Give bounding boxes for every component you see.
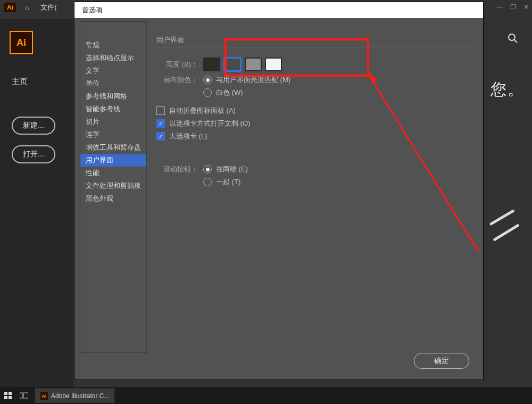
scroll-ends-label: 在两端 (E) (216, 164, 248, 174)
open-button[interactable]: 打开... (12, 145, 55, 163)
preferences-sidebar: 常规 选择和锚点显示 文字 单位 参考线和网格 智能参考线 切片 连字 增效工具… (80, 21, 147, 353)
scroll-together-radio[interactable] (203, 178, 212, 186)
brightness-swatch-lightest[interactable] (265, 57, 282, 71)
taskbar-ai-icon: Ai (40, 392, 48, 400)
taskbar-app-label: Adobe Illustrator C... (51, 392, 109, 400)
sidebar-item-guides[interactable]: 参考线和网格 (80, 90, 146, 103)
open-as-tabs-checkbox[interactable] (156, 119, 165, 128)
open-as-tabs-label: 以选项卡方式打开文档 (O) (169, 119, 250, 128)
sidebar-item-selection[interactable]: 选择和锚点显示 (80, 52, 146, 64)
sidebar-item-general[interactable]: 常规 (80, 39, 146, 52)
search-icon[interactable] (508, 33, 518, 46)
scroll-together-label: 一起 (T) (216, 177, 240, 187)
start-icon[interactable] (0, 392, 16, 399)
menu-file[interactable]: 文件( (40, 3, 56, 12)
decoration-icon (488, 207, 522, 252)
section-title: 用户界面 (156, 35, 472, 47)
welcome-fragment: 您。 (491, 79, 525, 101)
sidebar-item-ui[interactable]: 用户界面 (80, 154, 146, 167)
svg-rect-5 (9, 392, 12, 395)
canvas-color-match-label: 与用户界面亮度匹配 (M) (216, 75, 290, 85)
svg-line-1 (514, 40, 517, 43)
ok-button[interactable]: 确定 (414, 353, 469, 369)
sidebar-item-performance[interactable]: 性能 (80, 167, 146, 179)
large-tabs-checkbox[interactable] (156, 132, 165, 141)
sidebar-item-plugins[interactable]: 增效工具和暂存盘 (80, 141, 146, 154)
preferences-panel: 用户界面 亮度 (B)： 画布颜色： 与用户界面亮度匹配 (M) 白色 (W) (147, 18, 483, 380)
scroll-ends-radio[interactable] (203, 165, 212, 174)
sidebar-item-hyphenation[interactable]: 连字 (80, 128, 146, 141)
home-icon[interactable]: ⌂ (24, 3, 29, 12)
brightness-label: 亮度 (B)： (156, 60, 198, 69)
svg-rect-4 (4, 392, 7, 395)
canvas-color-match-radio[interactable] (203, 76, 212, 84)
brightness-swatch-light[interactable] (245, 57, 262, 71)
large-tabs-label: 大选项卡 (L) (169, 131, 207, 141)
preferences-dialog: 首选项 常规 选择和锚点显示 文字 单位 参考线和网格 智能参考线 切片 连字 … (74, 2, 483, 380)
svg-rect-7 (9, 396, 12, 399)
window-maximize-icon[interactable]: ❐ (510, 3, 516, 11)
app-logo-icon: Ai (4, 3, 16, 12)
sidebar-item-slices[interactable]: 切片 (80, 116, 146, 128)
canvas-color-label: 画布颜色： (156, 75, 198, 85)
sidebar-item-type[interactable]: 文字 (80, 64, 146, 77)
window-minimize-icon[interactable]: — (496, 3, 503, 11)
dialog-title: 首选项 (82, 5, 103, 15)
sidebar-item-units[interactable]: 单位 (80, 77, 146, 90)
brightness-swatch-dark[interactable] (223, 57, 242, 72)
left-ai-logo-icon: Ai (10, 31, 33, 54)
svg-rect-9 (23, 393, 28, 398)
new-button[interactable]: 新建... (12, 117, 55, 135)
app-left-panel: Ai 主页 新建... 打开... (0, 19, 73, 404)
autocollapse-checkbox[interactable] (156, 106, 165, 115)
sidebar-item-black[interactable]: 黑色外观 (80, 192, 146, 205)
canvas-color-white-label: 白色 (W) (216, 88, 243, 97)
taskbar: Ai Adobe Illustrator C... (0, 387, 532, 404)
window-close-icon[interactable]: ✕ (523, 3, 529, 11)
taskbar-app-illustrator[interactable]: Ai Adobe Illustrator C... (35, 389, 114, 403)
left-home-label[interactable]: 主页 (12, 77, 73, 87)
canvas-color-white-radio[interactable] (203, 88, 212, 97)
sidebar-item-file-handling[interactable]: 文件处理和剪贴板 (80, 179, 146, 192)
brightness-swatch-darkest[interactable] (203, 57, 220, 71)
sidebar-item-smart-guides[interactable]: 智能参考线 (80, 103, 146, 116)
taskview-icon[interactable] (16, 392, 32, 399)
svg-point-0 (509, 34, 515, 40)
svg-rect-6 (4, 396, 7, 399)
scroll-buttons-label: 滚动按钮： (156, 164, 198, 174)
dialog-titlebar: 首选项 (74, 2, 483, 18)
svg-rect-8 (20, 393, 22, 398)
autocollapse-label: 自动折叠图标面板 (A) (169, 106, 236, 116)
